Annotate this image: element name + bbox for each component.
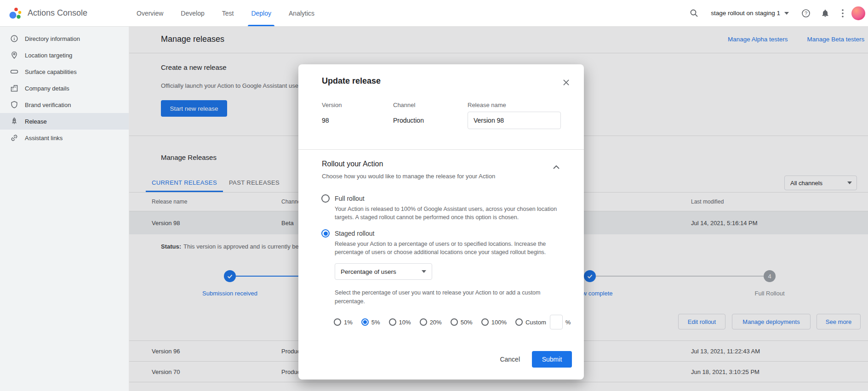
sidebar-item-label: Company details <box>25 85 69 92</box>
topbar-actions: stage rollout on staging 1 ? <box>685 5 868 22</box>
rollout-section-subtitle: Choose how you would like to manage the … <box>322 173 495 180</box>
rollout-mode-value: Percentage of users <box>341 268 396 275</box>
percent-option-label: Custom <box>525 319 546 326</box>
close-icon[interactable] <box>560 76 572 88</box>
search-icon[interactable] <box>685 5 702 22</box>
cancel-button[interactable]: Cancel <box>492 352 527 367</box>
staged-rollout-radio[interactable] <box>321 229 330 238</box>
more-options-kebab-icon[interactable] <box>836 5 850 22</box>
percent-option-100[interactable]: 100% <box>481 318 507 326</box>
percent-option-10[interactable]: 10% <box>389 318 411 326</box>
help-icon[interactable]: ? <box>797 5 815 22</box>
topbar: Actions Console Overview Develop Test De… <box>0 0 868 27</box>
chevron-up-icon[interactable] <box>550 161 563 174</box>
project-selector[interactable]: stage rollout on staging 1 <box>711 10 789 17</box>
dialog-footer: Cancel Submit <box>492 351 572 368</box>
sidebar-item-label: Brand verification <box>25 102 71 108</box>
link-icon <box>10 134 18 142</box>
info-icon <box>10 34 18 43</box>
percentage-hint: Select the percentage of user you want t… <box>335 289 555 306</box>
location-pin-icon <box>10 51 18 59</box>
full-rollout-label[interactable]: Full rollout <box>335 195 365 202</box>
radio-icon <box>515 318 523 326</box>
sidebar-item-directory-information[interactable]: Directory information <box>0 30 129 47</box>
percent-option-50[interactable]: 50% <box>451 318 473 326</box>
building-icon <box>10 84 18 92</box>
nav-overview[interactable]: Overview <box>128 0 172 26</box>
capsule-icon <box>10 68 18 76</box>
radio-icon <box>481 318 489 326</box>
sidebar-item-label: Assistant links <box>25 135 63 142</box>
update-release-dialog: Update release Version Channel Release n… <box>298 64 584 380</box>
dialog-title: Update release <box>322 76 381 86</box>
sidebar-item-label: Location targeting <box>25 52 72 59</box>
notifications-bell-icon[interactable] <box>817 5 834 22</box>
percent-sign-label: % <box>565 319 571 326</box>
percent-option-5[interactable]: 5% <box>361 318 380 326</box>
caret-down-icon <box>422 270 426 273</box>
shield-icon <box>10 101 18 109</box>
sidebar-item-label: Release <box>25 118 47 125</box>
percent-option-label: 100% <box>491 319 507 326</box>
version-value: 98 <box>322 117 329 124</box>
nav-analytics[interactable]: Analytics <box>280 0 323 26</box>
radio-icon <box>420 318 427 326</box>
custom-percentage-input[interactable] <box>550 315 563 329</box>
percent-option-label: 50% <box>461 319 473 326</box>
sidebar-item-brand-verification[interactable]: Brand verification <box>0 96 129 113</box>
percent-option-label: 20% <box>430 319 442 326</box>
brand: Actions Console <box>8 6 122 20</box>
nav-deploy[interactable]: Deploy <box>242 0 280 26</box>
radio-icon <box>389 318 396 326</box>
radio-icon <box>451 318 458 326</box>
sidebar-item-company-details[interactable]: Company details <box>0 80 129 96</box>
full-rollout-description: Your Action is released to 100% of Googl… <box>335 205 567 221</box>
percent-option-1[interactable]: 1% <box>334 318 353 326</box>
version-label: Version <box>322 102 342 108</box>
rollout-mode-select[interactable]: Percentage of users <box>335 263 432 280</box>
radio-checked-icon <box>361 318 369 326</box>
percent-option-20[interactable]: 20% <box>420 318 442 326</box>
release-name-input[interactable] <box>468 112 561 129</box>
percent-option-custom[interactable]: Custom <box>515 318 546 326</box>
svg-text:?: ? <box>805 11 807 16</box>
percent-option-label: 1% <box>344 319 353 326</box>
rollout-section-title: Rollout your Action <box>322 160 383 168</box>
nav-develop[interactable]: Develop <box>172 0 213 26</box>
release-name-label: Release name <box>468 102 506 108</box>
sidebar-item-release[interactable]: Release <box>0 113 129 130</box>
percent-option-label: 5% <box>371 319 380 326</box>
project-selector-label: stage rollout on staging 1 <box>711 10 780 17</box>
sidebar-item-label: Surface capabilities <box>25 68 77 75</box>
rocket-release-icon <box>10 117 18 125</box>
submit-button[interactable]: Submit <box>532 351 572 368</box>
sidebar: Directory information Location targeting… <box>0 27 129 391</box>
percentage-options: 1% 5% 10% 20% 50% 100% Custom % <box>334 315 571 329</box>
percent-option-label: 10% <box>399 319 411 326</box>
user-avatar[interactable] <box>851 6 865 20</box>
app-title: Actions Console <box>28 8 87 18</box>
actions-console-logo-icon <box>8 6 22 20</box>
staged-rollout-label[interactable]: Staged rollout <box>335 230 374 237</box>
channel-label: Channel <box>393 102 415 108</box>
caret-down-icon <box>784 12 789 15</box>
sidebar-item-assistant-links[interactable]: Assistant links <box>0 130 129 146</box>
radio-icon <box>334 318 341 326</box>
nav-test[interactable]: Test <box>213 0 243 26</box>
sidebar-item-location-targeting[interactable]: Location targeting <box>0 47 129 63</box>
full-rollout-radio[interactable] <box>321 194 330 203</box>
sidebar-item-label: Directory information <box>25 35 80 42</box>
sidebar-item-surface-capabilities[interactable]: Surface capabilities <box>0 63 129 80</box>
staged-rollout-description: Release your Action to a percentage of u… <box>335 240 567 256</box>
top-nav: Overview Develop Test Deploy Analytics <box>128 0 323 26</box>
channel-value: Production <box>393 117 424 124</box>
divider <box>298 149 584 150</box>
